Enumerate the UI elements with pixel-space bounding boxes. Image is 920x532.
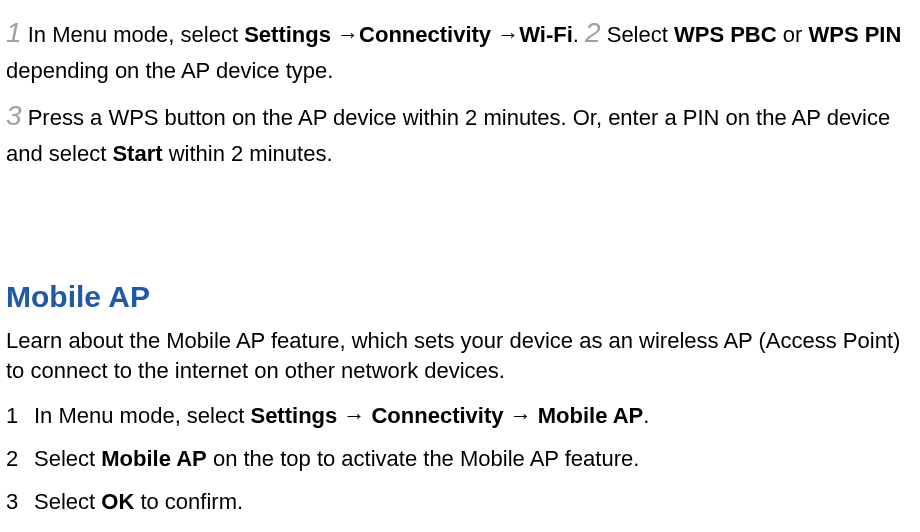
step1-wifi: Wi-Fi xyxy=(519,22,573,47)
step1-text: In Menu mode, select xyxy=(22,22,245,47)
heading-mobile-ap: Mobile AP xyxy=(6,280,914,314)
li3-text-end: to confirm. xyxy=(134,489,243,514)
arrow-icon: → xyxy=(331,22,359,47)
li1-text-end: . xyxy=(643,403,649,428)
list-item: 3Select OK to confirm. xyxy=(6,487,914,518)
arrow-icon: → xyxy=(337,403,371,428)
arrow-icon: → xyxy=(504,403,538,428)
step1-text-end: . xyxy=(573,22,585,47)
step-number-3: 3 xyxy=(6,100,22,131)
li1-settings: Settings xyxy=(250,403,337,428)
li1-mobile-ap: Mobile AP xyxy=(538,403,644,428)
step3-start: Start xyxy=(112,141,162,166)
li3-ok: OK xyxy=(101,489,134,514)
step2-text-mid: or xyxy=(777,22,809,47)
step3-block: 3 Press a WPS button on the AP device wi… xyxy=(6,95,914,170)
li2-text: Select xyxy=(34,446,101,471)
arrow-icon: → xyxy=(491,22,519,47)
li2-text-end: on the top to activate the Mobile AP fea… xyxy=(207,446,640,471)
intro-paragraph: Learn about the Mobile AP feature, which… xyxy=(6,326,914,385)
step2-text-end: depending on the AP device type. xyxy=(6,58,333,83)
list-number-2: 2 xyxy=(6,444,34,475)
list-item: 2Select Mobile AP on the top to activate… xyxy=(6,444,914,475)
list-number-3: 3 xyxy=(6,487,34,518)
step-number-1: 1 xyxy=(6,17,22,48)
li1-connectivity: Connectivity xyxy=(371,403,503,428)
step1-connectivity: Connectivity xyxy=(359,22,491,47)
step2-text: Select xyxy=(601,22,674,47)
step3-text-end: within 2 minutes. xyxy=(163,141,333,166)
list-number-1: 1 xyxy=(6,401,34,432)
step1-settings: Settings xyxy=(244,22,331,47)
li2-mobile-ap: Mobile AP xyxy=(101,446,207,471)
step-number-2: 2 xyxy=(585,17,601,48)
step2-wps-pbc: WPS PBC xyxy=(674,22,777,47)
li3-text: Select xyxy=(34,489,101,514)
steps-block: 1 In Menu mode, select Settings →Connect… xyxy=(6,12,914,87)
step2-wps-pin: WPS PIN xyxy=(808,22,901,47)
list-item: 1In Menu mode, select Settings → Connect… xyxy=(6,401,914,432)
li1-text: In Menu mode, select xyxy=(34,403,250,428)
